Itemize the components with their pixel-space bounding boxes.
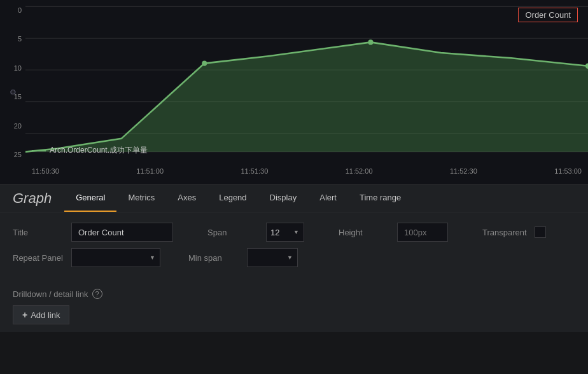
edit-header: Graph General Metrics Axes Legend Displa… (0, 184, 588, 212)
x-label-3: 11:52:00 (346, 167, 373, 175)
chart-line-svg (25, 0, 588, 158)
y-label-25: 25 (14, 151, 22, 158)
transparent-checkbox[interactable] (535, 226, 546, 238)
repeat-select-wrapper (71, 248, 160, 267)
x-label-2: 11:51:30 (241, 167, 268, 175)
x-label-4: 11:52:30 (450, 167, 477, 175)
chart-legend-badge: Order Count (518, 8, 578, 22)
chart-legend-text: Order Count (525, 10, 571, 20)
x-label-1: 11:51:00 (136, 167, 164, 175)
minspan-select[interactable]: 123 (247, 248, 298, 267)
x-label-5: 11:53:00 (554, 167, 582, 175)
chart-svg-container (25, 0, 588, 158)
y-axis: 25 20 15 10 5 0 (0, 0, 25, 158)
form-row-2: Repeat Panel Min span 123 (13, 248, 575, 267)
tab-general[interactable]: General (64, 184, 116, 212)
tab-time-range[interactable]: Time range (348, 184, 412, 212)
height-label: Height (339, 228, 389, 237)
tabs-container: General Metrics Axes Legend Display Aler… (64, 184, 412, 212)
drilldown-title: Drilldown / detail link ? (13, 289, 575, 299)
minspan-select-wrapper: 123 (247, 248, 298, 267)
add-link-label: Add link (31, 310, 60, 320)
y-label-20: 20 (14, 122, 22, 130)
plus-icon: + (22, 310, 27, 320)
drilldown-section: Drilldown / detail link ? + Add link (0, 284, 588, 332)
edit-panel: Graph General Metrics Axes Legend Displa… (0, 184, 588, 332)
y-label-5: 5 (18, 35, 22, 43)
form-area: Title Span 12 1234 6810 Height Transpare… (0, 212, 588, 284)
add-link-button[interactable]: + Add link (13, 305, 69, 324)
repeat-select[interactable] (71, 248, 160, 267)
repeat-label: Repeat Panel (13, 253, 64, 263)
y-label-0: 0 (18, 6, 22, 14)
height-input[interactable] (397, 223, 448, 242)
gear-icon: ⚙ (10, 88, 17, 97)
y-label-10: 10 (14, 64, 22, 72)
tab-alert[interactable]: Alert (308, 184, 348, 212)
drilldown-title-text: Drilldown / detail link (13, 289, 88, 299)
x-axis: 11:50:30 11:51:00 11:51:30 11:52:00 11:5… (25, 158, 588, 184)
tab-legend[interactable]: Legend (207, 184, 258, 212)
form-row-1: Title Span 12 1234 6810 Height Transpare… (13, 223, 575, 242)
series-label: Arch.OrderCount.成功下单量 (32, 145, 148, 156)
series-name: Arch.OrderCount.成功下单量 (50, 145, 148, 156)
span-label: Span (207, 228, 258, 237)
tab-axes[interactable]: Axes (166, 184, 207, 212)
span-select[interactable]: 12 1234 6810 (266, 223, 304, 242)
svg-marker-6 (25, 42, 588, 151)
series-line-indicator (32, 150, 46, 151)
tab-display[interactable]: Display (258, 184, 309, 212)
panel-title: Graph (13, 190, 52, 207)
svg-point-8 (368, 39, 373, 45)
title-input[interactable] (71, 223, 173, 242)
minspan-label: Min span (188, 253, 239, 263)
span-select-wrapper: 12 1234 6810 (266, 223, 304, 242)
x-label-0: 11:50:30 (32, 167, 59, 175)
help-icon[interactable]: ? (92, 289, 102, 299)
svg-point-7 (202, 60, 207, 66)
title-label: Title (13, 228, 64, 237)
transparent-label: Transparent (482, 228, 527, 237)
chart-area: 25 20 15 10 5 0 (0, 0, 588, 184)
tab-metrics[interactable]: Metrics (116, 184, 166, 212)
